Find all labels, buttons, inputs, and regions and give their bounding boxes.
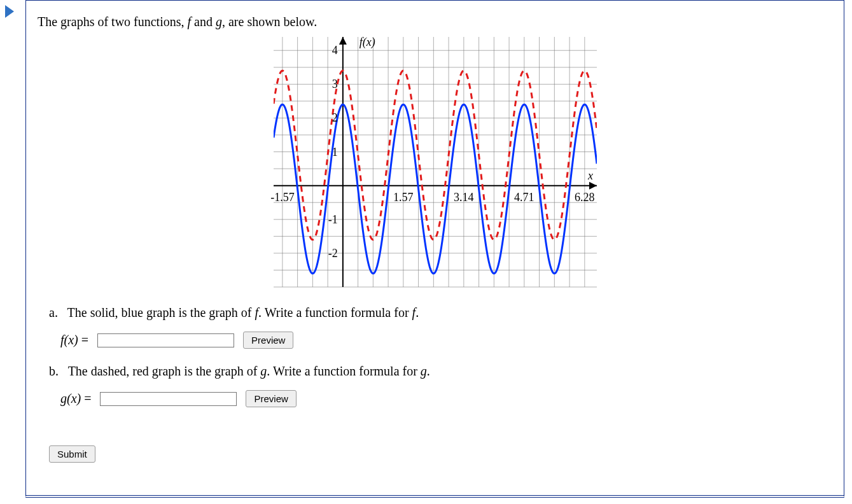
lhs-a-eq: = (78, 333, 88, 347)
qb-p2: . Write a function formula for (267, 364, 421, 378)
intro-part1: The graphs of two functions, (38, 15, 188, 29)
svg-text:-1: -1 (328, 213, 337, 226)
svg-text:1.57: 1.57 (393, 191, 414, 204)
question-a-text: a. The solid, blue graph is the graph of… (49, 305, 832, 320)
svg-text:6.28: 6.28 (574, 191, 594, 204)
lhs-b-eq: = (81, 391, 91, 405)
answer-row-a: f(x) = Preview (60, 332, 832, 349)
intro-and: and (191, 15, 216, 29)
intro-text: The graphs of two functions, f and g, ar… (38, 15, 832, 29)
questions-list: a. The solid, blue graph is the graph of… (49, 305, 832, 463)
svg-marker-40 (339, 37, 346, 45)
svg-text:-1.57: -1.57 (270, 191, 295, 204)
svg-text:2: 2 (332, 111, 337, 124)
answer-input-g[interactable] (100, 392, 237, 406)
answer-row-b: g(x) = Preview (60, 390, 832, 407)
svg-text:f(x): f(x) (359, 36, 375, 49)
preview-button-a[interactable]: Preview (243, 332, 293, 349)
qb-g2: g (421, 364, 427, 378)
svg-text:3.14: 3.14 (454, 191, 474, 204)
svg-marker-39 (589, 182, 597, 190)
svg-text:3: 3 (332, 78, 337, 90)
lhs-a: f(x) = (60, 333, 88, 347)
page-root: The graphs of two functions, f and g, ar… (0, 0, 852, 504)
lhs-b-math: g(x) (60, 391, 81, 405)
submit-button[interactable]: Submit (49, 445, 95, 463)
lhs-a-math: f(x) (60, 333, 78, 347)
question-b: b. The dashed, red graph is the graph of… (49, 364, 832, 407)
chart-container: 4321-1-2-1.571.573.144.716.28f(x)x (38, 33, 832, 294)
svg-text:-2: -2 (328, 247, 337, 260)
qb-g1: g (260, 364, 267, 378)
expand-marker-icon[interactable] (5, 5, 14, 18)
question-b-text: b. The dashed, red graph is the graph of… (49, 364, 832, 379)
svg-text:x: x (587, 169, 593, 182)
svg-text:4: 4 (332, 44, 337, 57)
answer-input-f[interactable] (97, 333, 234, 347)
qa-p3: . (416, 305, 419, 319)
svg-text:1: 1 (332, 146, 337, 158)
intro-g: g (216, 15, 222, 29)
function-chart: 4321-1-2-1.571.573.144.716.28f(x)x (270, 33, 601, 291)
bullet-b: b. (49, 364, 59, 378)
qa-p1: The solid, blue graph is the graph of (67, 305, 255, 319)
qb-p3: . (427, 364, 430, 378)
svg-text:4.71: 4.71 (513, 191, 534, 204)
bullet-a: a. (49, 305, 58, 319)
question-a: a. The solid, blue graph is the graph of… (49, 305, 832, 349)
qa-p2: . Write a function formula for (258, 305, 412, 319)
qb-p1: The dashed, red graph is the graph of (68, 364, 261, 378)
intro-part2: , are shown below. (222, 15, 317, 29)
lhs-b: g(x) = (60, 391, 91, 406)
preview-button-b[interactable]: Preview (246, 390, 296, 407)
question-frame: The graphs of two functions, f and g, ar… (25, 0, 844, 498)
